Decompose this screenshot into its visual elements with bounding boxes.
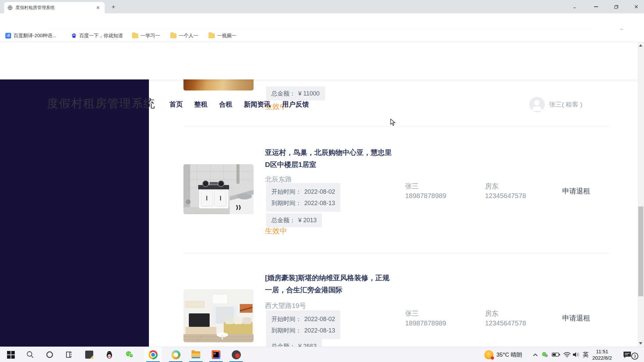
amount-value: ¥ 2013 xyxy=(298,217,317,224)
browser-toolbar: localhost:8080/admin/order x xyxy=(0,13,644,29)
baidu-paw-icon xyxy=(71,33,77,39)
site-logo[interactable]: 度假村租房管理系统 xyxy=(47,96,156,111)
site-nav: 首页 整租 合租 新闻资讯 用户反馈 xyxy=(169,100,309,109)
page-sidebar xyxy=(0,79,149,347)
bookmark-item[interactable]: 百度一下，你就知道 xyxy=(71,33,123,39)
bookmark-item[interactable]: 一视频一 xyxy=(209,33,236,39)
notification-center-icon[interactable] xyxy=(623,347,632,362)
windows-taskbar: IJ 35°C 晴朗 英 11:512022/8/2 xyxy=(0,347,644,362)
status-badge: 生效中 xyxy=(265,226,287,236)
scroll-down-icon[interactable] xyxy=(639,342,642,345)
wechat-icon[interactable] xyxy=(121,347,138,362)
scrollbar-thumb[interactable] xyxy=(638,206,643,296)
qq-icon[interactable] xyxy=(101,347,118,362)
date-range-box: 开始时间：2022-08-02 到期时间：2022-08-13 xyxy=(266,183,340,212)
clock-widget[interactable]: 11:512022/8/2 xyxy=(592,347,612,362)
property-photo[interactable] xyxy=(183,164,254,214)
user-avatar xyxy=(529,97,545,112)
globe-favicon-icon xyxy=(7,5,13,10)
end-date: 2022-08-13 xyxy=(304,200,335,206)
tenant-contact: 张三 18987878989 xyxy=(405,309,446,328)
new-tab-button[interactable]: + xyxy=(109,3,117,11)
task-view-icon[interactable] xyxy=(60,347,78,362)
sticky-notes-icon[interactable] xyxy=(80,347,98,362)
nav-item-feedback[interactable]: 用户反馈 xyxy=(282,100,309,109)
nav-item-share-rent[interactable]: 合租 xyxy=(219,100,232,109)
nav-item-whole-rent[interactable]: 整租 xyxy=(194,100,208,109)
sun-icon xyxy=(484,350,493,359)
clock-time: 11:51 xyxy=(592,348,612,355)
tenant-phone: 18987878989 xyxy=(405,318,446,328)
window-minimize-button[interactable] xyxy=(588,0,604,13)
request-termination-button[interactable]: 申请退租 xyxy=(562,186,590,196)
file-explorer-icon[interactable] xyxy=(187,347,205,362)
nav-item-home[interactable]: 首页 xyxy=(169,100,183,109)
tab-search-chevron-icon[interactable]: ⌄ xyxy=(567,0,582,13)
scroll-up-icon[interactable] xyxy=(639,44,642,47)
screen-recorder-icon[interactable] xyxy=(227,347,245,362)
tenant-contact: 张三 18987878989 xyxy=(405,181,446,201)
divider xyxy=(183,253,609,253)
tenant-name: 张三 xyxy=(405,309,446,318)
property-photo[interactable] xyxy=(183,289,254,342)
volume-icon[interactable] xyxy=(572,347,580,362)
cortana-icon[interactable] xyxy=(41,347,58,362)
living-room-photo-graphic xyxy=(183,289,254,342)
order-address: 西大望路19号 xyxy=(265,301,306,310)
user-name: 张三( 租客 ) xyxy=(549,100,582,109)
total-amount-box: 总金额：¥ 2663 xyxy=(266,339,322,347)
browser-tab[interactable]: 度假村租房管理系统 ✕ xyxy=(4,2,105,13)
wifi-icon[interactable] xyxy=(563,347,571,362)
folder-icon xyxy=(170,34,176,38)
bookmark-item[interactable]: 一个人一 xyxy=(170,33,198,39)
notification-badge: 3 xyxy=(631,353,638,360)
landlord-name: 房东 xyxy=(485,181,526,191)
start-date: 2022-08-02 xyxy=(304,188,335,195)
battery-icon[interactable] xyxy=(552,347,560,362)
tenant-name: 张三 xyxy=(405,181,446,191)
screen: 度假村租房管理系统 ✕ + ⌄ ✕ localhost:8080/admin/o… xyxy=(0,0,644,362)
order-title[interactable]: 亚运村，鸟巢，北辰购物中心亚，慧忠里D区中楼层1居室 xyxy=(265,146,394,171)
folder-icon xyxy=(209,34,215,38)
ime-indicator[interactable]: 英 xyxy=(583,347,589,362)
total-amount-box: 总金额：¥ 2013 xyxy=(266,213,322,227)
nox-app-icon[interactable] xyxy=(167,347,184,362)
bookmark-item[interactable]: 一学习一 xyxy=(132,33,160,39)
page-scrollbar[interactable] xyxy=(638,42,644,347)
amount-value: ¥ 2663 xyxy=(298,343,317,347)
user-menu[interactable]: 张三( 租客 ) xyxy=(529,97,582,112)
nav-item-news[interactable]: 新闻资讯 xyxy=(244,100,271,109)
landlord-contact: 房东 12345647578 xyxy=(485,309,526,328)
window-restore-button[interactable] xyxy=(608,0,624,13)
browser-tabstrip: 度假村租房管理系统 ✕ + ⌄ ✕ xyxy=(0,0,644,13)
order-title[interactable]: [婚房豪装]斯堪的纳维亚风格装修，正规一居，合生汇旁金港国际 xyxy=(265,272,394,296)
start-date: 2022-08-02 xyxy=(304,316,335,322)
date-range-box: 开始时间：2022-08-02 到期时间：2022-08-13 xyxy=(266,310,340,339)
tab-title: 度假村租房管理系统 xyxy=(15,5,95,11)
total-amount-box: 总金额：¥ 11000 xyxy=(266,86,325,101)
amount-value: ¥ 11000 xyxy=(298,90,320,97)
tray-wechat-icon[interactable] xyxy=(541,347,548,362)
chrome-taskbar-icon[interactable] xyxy=(144,347,162,362)
bookmarks-bar: 译 百度翻译-200种语... 百度一下，你就知道 一学习一 一个人一 一视频一 xyxy=(0,29,644,42)
tray-expand-chevron-icon[interactable] xyxy=(533,347,538,362)
landlord-phone: 12345647578 xyxy=(485,318,526,328)
kitchen-photo-graphic xyxy=(183,164,254,214)
order-address: 北辰东路 xyxy=(265,175,292,184)
clock-date: 2022/8/2 xyxy=(592,355,612,361)
bookmark-item[interactable]: 译 百度翻译-200种语... xyxy=(5,33,56,39)
folder-icon xyxy=(132,34,138,38)
tab-close-icon[interactable]: ✕ xyxy=(95,5,101,10)
site-header: 度假村租房管理系统 首页 整租 合租 新闻资讯 用户反馈 张三( 租客 ) xyxy=(0,42,644,79)
landlord-phone: 12345647578 xyxy=(485,191,526,201)
tenant-phone: 18987878989 xyxy=(405,191,446,201)
start-button[interactable] xyxy=(2,347,19,362)
window-close-button[interactable]: ✕ xyxy=(629,0,644,13)
property-photo[interactable] xyxy=(183,79,254,90)
weather-widget[interactable]: 35°C 晴朗 xyxy=(484,347,522,362)
request-termination-button[interactable]: 申请退租 xyxy=(562,313,590,323)
taskbar-search-icon[interactable] xyxy=(21,347,39,362)
translate-icon: 译 xyxy=(5,33,11,39)
end-date: 2022-08-13 xyxy=(304,327,335,334)
intellij-idea-icon[interactable]: IJ xyxy=(207,347,225,362)
